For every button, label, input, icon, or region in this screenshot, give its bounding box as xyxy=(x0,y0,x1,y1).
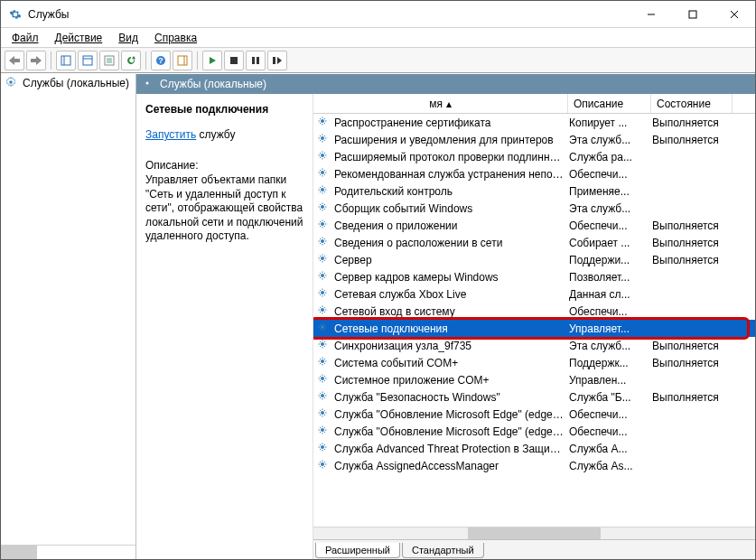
start-service-button[interactable] xyxy=(202,51,222,70)
service-row[interactable]: Служба Advanced Threat Protection в Защи… xyxy=(313,440,755,457)
svg-point-30 xyxy=(321,257,324,260)
service-row[interactable]: Служба "Обновление Microsoft Edge" (edge… xyxy=(313,423,755,440)
service-description: Позволяет... xyxy=(569,271,652,284)
menu-help[interactable]: Справка xyxy=(147,30,204,46)
svg-point-41 xyxy=(321,445,324,449)
service-name: Системное приложение COM+ xyxy=(334,374,569,387)
service-row[interactable]: Сетевые подключенияУправляет... xyxy=(313,320,755,337)
details-panel: Сетевые подключения Запустить службу Опи… xyxy=(136,94,313,559)
service-description: Данная сл... xyxy=(569,288,652,301)
close-button[interactable] xyxy=(714,1,755,27)
service-row[interactable]: Сведения о приложенииОбеспечи...Выполняе… xyxy=(313,217,755,234)
svg-point-20 xyxy=(9,80,13,84)
service-row[interactable]: Синхронизация узла_9f735Эта служб...Выпо… xyxy=(313,337,755,354)
svg-point-34 xyxy=(321,325,324,329)
svg-point-31 xyxy=(321,274,324,277)
menu-file[interactable]: Файл xyxy=(5,30,46,46)
tree-root-label: Службы (локальные) xyxy=(23,77,129,89)
service-state: Выполняется xyxy=(652,117,733,129)
service-icon xyxy=(317,270,331,285)
service-row[interactable]: Системное приложение COM+Управлен... xyxy=(313,371,755,388)
service-name: Сетевой вход в систему xyxy=(334,305,569,318)
service-row[interactable]: Служба "Безопасность Windows"Служба "Б..… xyxy=(313,388,755,406)
service-row[interactable]: Сервер кадров камеры WindowsПозволяет... xyxy=(313,268,755,285)
service-icon xyxy=(317,133,331,147)
menu-view[interactable]: Вид xyxy=(111,30,145,46)
service-state: Выполняется xyxy=(652,391,733,404)
list-hscrollbar[interactable] xyxy=(313,527,755,539)
service-icon xyxy=(317,150,331,164)
svg-point-29 xyxy=(321,239,324,243)
col-description[interactable]: Описание xyxy=(568,94,651,113)
view-tabs: Расширенный Стандартный xyxy=(313,539,755,559)
service-row[interactable]: Распространение сертификатаКопирует ...В… xyxy=(313,114,755,131)
minimize-button[interactable] xyxy=(630,1,672,27)
svg-point-22 xyxy=(321,119,324,123)
help-button[interactable]: ? xyxy=(151,51,171,70)
svg-point-39 xyxy=(321,411,324,415)
service-description: Эта служб... xyxy=(569,340,652,352)
export-list-button[interactable] xyxy=(78,51,98,70)
service-row[interactable]: Служба AssignedAccessManagerСлужба As... xyxy=(313,457,755,474)
service-row[interactable]: Расширения и уведомления для принтеровЭт… xyxy=(313,131,755,148)
svg-rect-17 xyxy=(252,57,255,64)
menu-action[interactable]: Действие xyxy=(48,30,110,46)
start-service-link[interactable]: Запустить xyxy=(145,128,196,141)
service-name: Сборщик событий Windows xyxy=(334,202,569,215)
service-description: Служба A... xyxy=(569,443,652,455)
col-state[interactable]: Состояние xyxy=(651,94,733,113)
back-button[interactable] xyxy=(5,51,24,70)
tree-root-item[interactable]: Службы (локальные) xyxy=(1,74,135,92)
service-icon xyxy=(317,442,331,456)
list-body[interactable]: Распространение сертификатаКопирует ...В… xyxy=(313,114,755,527)
service-row[interactable]: Система событий COM+Поддержк...Выполняет… xyxy=(313,354,755,371)
forward-button[interactable] xyxy=(26,51,46,70)
show-hide-tree-button[interactable] xyxy=(56,51,76,70)
svg-rect-6 xyxy=(83,56,92,65)
properties-button[interactable] xyxy=(99,51,119,70)
svg-text:?: ? xyxy=(158,56,163,65)
service-icon xyxy=(317,425,331,439)
maximize-button[interactable] xyxy=(672,1,714,27)
service-description: Эта служб... xyxy=(569,134,652,146)
content-header-title: Службы (локальные) xyxy=(160,78,266,90)
service-row[interactable]: Расширяемый протокол проверки подлиннос.… xyxy=(313,148,755,165)
restart-service-button[interactable] xyxy=(267,51,287,70)
toolbar: ? xyxy=(1,48,755,73)
refresh-button[interactable] xyxy=(121,51,141,70)
service-name: Сервер кадров камеры Windows xyxy=(334,271,569,284)
service-state: Выполняется xyxy=(652,357,733,369)
services-list: мя ▴ Описание Состояние Распространение … xyxy=(313,94,755,559)
service-state: Выполняется xyxy=(652,340,733,352)
svg-point-32 xyxy=(321,291,324,294)
stop-service-button[interactable] xyxy=(224,51,244,70)
service-row[interactable]: Сборщик событий WindowsЭта служб... xyxy=(313,200,755,217)
service-row[interactable]: Родительский контрольПрименяе... xyxy=(313,182,755,200)
service-name: Служба Advanced Threat Protection в Защи… xyxy=(334,443,569,455)
service-name: Родительский контроль xyxy=(334,185,569,198)
service-name: Сервер xyxy=(334,254,569,266)
service-state: Выполняется xyxy=(652,254,733,266)
service-description: Обеспечи... xyxy=(569,408,652,421)
tree-hscrollbar[interactable] xyxy=(1,545,135,559)
service-row[interactable]: Сведения о расположении в сетиСобирает .… xyxy=(313,234,755,251)
service-description: Обеспечи... xyxy=(569,168,652,181)
col-name[interactable]: мя ▴ xyxy=(313,94,568,113)
service-icon xyxy=(317,116,331,130)
service-description: Служба "Б... xyxy=(569,391,652,404)
tab-standard[interactable]: Стандартный xyxy=(402,543,484,558)
svg-rect-4 xyxy=(61,56,70,65)
pause-service-button[interactable] xyxy=(246,51,266,70)
service-action: Запустить службу xyxy=(145,128,303,141)
service-row[interactable]: СерверПоддержи...Выполняется xyxy=(313,251,755,268)
service-row[interactable]: Сетевая служба Xbox LiveДанная сл... xyxy=(313,285,755,303)
svg-point-25 xyxy=(321,171,324,174)
main-body: Службы (локальные) Службы (локальные) Се… xyxy=(1,73,755,559)
service-row[interactable]: Служба "Обновление Microsoft Edge" (edge… xyxy=(313,406,755,423)
tab-extended[interactable]: Расширенный xyxy=(315,543,400,558)
svg-point-27 xyxy=(321,205,324,209)
service-row[interactable]: Сетевой вход в системуОбеспечи... xyxy=(313,303,755,320)
service-name: Служба "Обновление Microsoft Edge" (edge… xyxy=(334,425,569,438)
service-row[interactable]: Рекомендованная служба устранения непола… xyxy=(313,165,755,182)
action-pane-button[interactable] xyxy=(173,51,192,70)
